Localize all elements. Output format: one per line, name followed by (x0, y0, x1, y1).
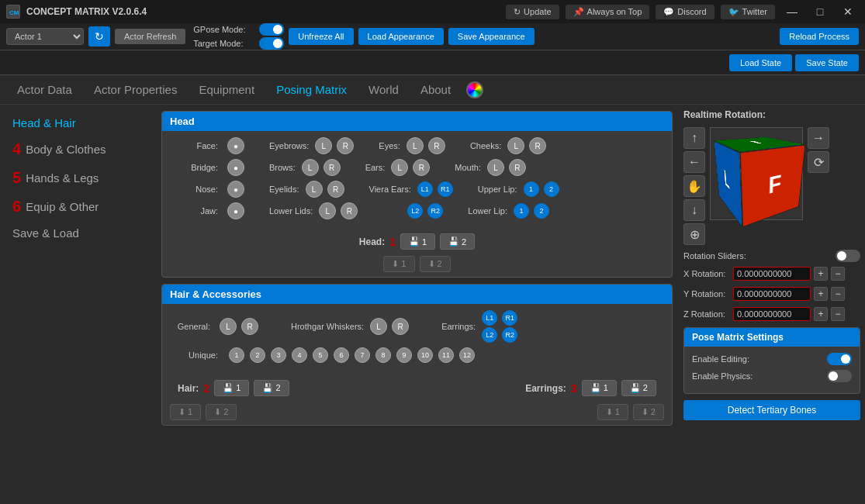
earrings-save-slot-2[interactable]: 💾 2 (621, 380, 656, 396)
jaw-circle[interactable]: ● (227, 202, 244, 219)
mouth-r[interactable]: R (509, 159, 526, 176)
general-r[interactable]: R (241, 318, 258, 335)
lower-lids-l[interactable]: L (319, 202, 336, 219)
unique-12[interactable]: 12 (459, 347, 475, 363)
upper-lip-2[interactable]: 2 (544, 181, 559, 197)
actor-refresh-button[interactable]: Actor Refresh (115, 29, 185, 44)
unique-11[interactable]: 11 (438, 347, 454, 363)
z-rotation-plus[interactable]: + (814, 307, 828, 321)
rotation-sliders-toggle[interactable] (836, 250, 860, 262)
unique-9[interactable]: 9 (396, 347, 412, 363)
y-rotation-input[interactable] (733, 287, 811, 301)
earrings-save-slot-1[interactable]: 💾 1 (582, 380, 617, 396)
cheeks-l[interactable]: L (507, 137, 524, 154)
close-button[interactable]: ✕ (837, 1, 859, 22)
nav-about[interactable]: About (410, 78, 462, 101)
actor-dropdown[interactable]: Actor 1 (6, 28, 84, 45)
viera-r2[interactable]: R2 (427, 203, 443, 219)
hair-save-slot-1[interactable]: 💾 1 (214, 380, 249, 396)
minimize-button[interactable]: — (781, 1, 803, 22)
viera-ears-r1[interactable]: R1 (438, 181, 453, 197)
ears-l[interactable]: L (391, 159, 408, 176)
earring-r2[interactable]: R2 (502, 327, 517, 343)
head-save-slot-1[interactable]: 💾 1 (400, 233, 435, 250)
nav-actor-properties[interactable]: Actor Properties (83, 78, 189, 101)
nose-circle[interactable]: ● (227, 181, 244, 198)
discord-button[interactable]: 💬 Discord (656, 5, 714, 19)
color-picker-icon[interactable] (466, 81, 483, 98)
refresh-icon-button[interactable]: ↻ (88, 26, 110, 47)
bridge-circle[interactable]: ● (227, 159, 244, 176)
save-appearance-button[interactable]: Save Appearance (448, 28, 535, 45)
hair-load-slot-2[interactable]: ⬇ 2 (206, 404, 237, 420)
unique-1[interactable]: 1 (229, 347, 244, 363)
reload-process-button[interactable]: Reload Process (780, 28, 859, 45)
sidebar-item-save-load[interactable]: Save & Load (0, 221, 155, 245)
enable-physics-toggle[interactable] (827, 370, 852, 382)
mouth-l[interactable]: L (487, 159, 504, 176)
unique-10[interactable]: 10 (417, 347, 433, 363)
head-load-slot-1[interactable]: ⬇ 1 (383, 256, 414, 272)
save-state-button[interactable]: Save State (795, 54, 859, 71)
maximize-button[interactable]: □ (809, 1, 831, 22)
earrings-load-slot-1[interactable]: ⬇ 1 (597, 404, 628, 420)
general-l[interactable]: L (220, 318, 237, 335)
gpose-mode-toggle[interactable] (259, 23, 284, 36)
head-load-slot-2[interactable]: ⬇ 2 (420, 256, 451, 272)
earring-l2[interactable]: L2 (482, 327, 497, 343)
sidebar-item-hands-legs[interactable]: 5 Hands & Legs (0, 164, 155, 192)
z-rotation-input[interactable] (733, 307, 811, 321)
brows-l[interactable]: L (302, 159, 319, 176)
cube-ctrl-down[interactable]: ↓ (683, 199, 705, 221)
hrothgar-r[interactable]: R (392, 318, 409, 335)
earring-l1[interactable]: L1 (482, 310, 497, 326)
brows-r[interactable]: R (324, 159, 341, 176)
earring-r1[interactable]: R1 (502, 310, 517, 326)
face-circle[interactable]: ● (227, 137, 244, 154)
hair-save-slot-2[interactable]: 💾 2 (254, 380, 289, 396)
unique-2[interactable]: 2 (250, 347, 265, 363)
update-button[interactable]: ↻ Update (506, 5, 559, 19)
eyebrows-r[interactable]: R (337, 137, 354, 154)
cube-ctrl-hand[interactable]: ✋ (683, 175, 705, 197)
cube-ctrl-left[interactable]: ← (683, 151, 705, 173)
y-rotation-plus[interactable]: + (814, 287, 828, 301)
unfreeze-all-button[interactable]: Unfreeze All (289, 28, 353, 45)
nav-actor-data[interactable]: Actor Data (6, 78, 83, 101)
lower-lip-1[interactable]: 1 (514, 203, 529, 219)
upper-lip-1[interactable]: 1 (524, 181, 539, 197)
lower-lip-2[interactable]: 2 (534, 203, 549, 219)
viera-l2[interactable]: L2 (407, 203, 423, 219)
cube-ctrl-right[interactable]: → (808, 127, 829, 149)
x-rotation-input[interactable] (733, 267, 811, 281)
eyebrows-l[interactable]: L (315, 137, 332, 154)
eyelids-r[interactable]: R (327, 181, 344, 198)
unique-4[interactable]: 4 (292, 347, 307, 363)
sidebar-item-head-hair[interactable]: Head & Hair (0, 111, 155, 135)
unique-7[interactable]: 7 (355, 347, 370, 363)
cube-ctrl-up[interactable]: ↑ (683, 127, 705, 149)
cheeks-r[interactable]: R (529, 137, 546, 154)
sidebar-item-equip-other[interactable]: 6 Equip & Other (0, 192, 155, 221)
target-mode-toggle[interactable] (259, 37, 284, 50)
detect-tertiary-bones-button[interactable]: Detect Tertiary Bones (683, 400, 860, 420)
unique-3[interactable]: 3 (271, 347, 286, 363)
head-save-slot-2[interactable]: 💾 2 (440, 233, 475, 250)
cube-ctrl-target[interactable]: ⊕ (683, 223, 705, 245)
lower-lids-r[interactable]: R (341, 202, 358, 219)
hair-load-slot-1[interactable]: ⬇ 1 (170, 404, 201, 420)
eyes-r[interactable]: R (428, 137, 445, 154)
load-state-button[interactable]: Load State (729, 54, 792, 71)
always-on-top-button[interactable]: 📌 Always on Top (566, 5, 650, 19)
eyes-l[interactable]: L (407, 137, 424, 154)
nav-world[interactable]: World (358, 78, 410, 101)
load-appearance-button[interactable]: Load Appearance (358, 28, 444, 45)
y-rotation-minus[interactable]: − (831, 287, 845, 301)
ears-r[interactable]: R (413, 159, 430, 176)
nav-equipment[interactable]: Equipment (188, 78, 265, 101)
x-rotation-plus[interactable]: + (814, 267, 828, 281)
unique-6[interactable]: 6 (334, 347, 349, 363)
earrings-load-slot-2[interactable]: ⬇ 2 (633, 404, 664, 420)
enable-editing-toggle[interactable] (827, 353, 852, 365)
z-rotation-minus[interactable]: − (831, 307, 845, 321)
